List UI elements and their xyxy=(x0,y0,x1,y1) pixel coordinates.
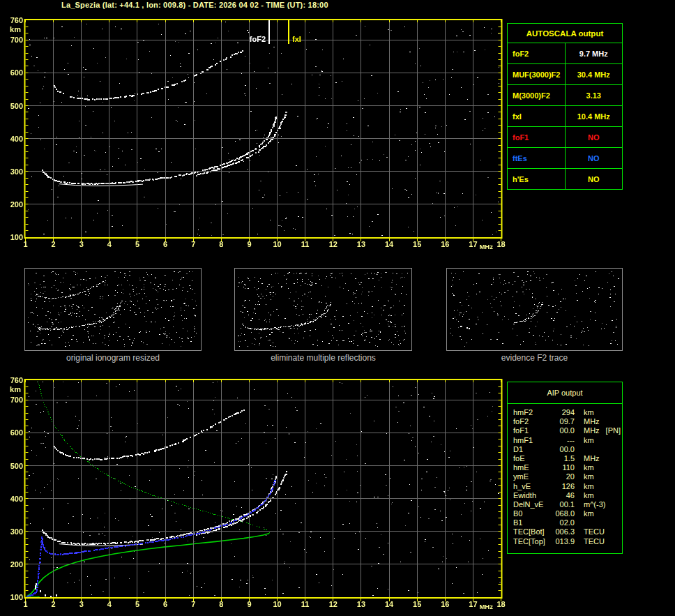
autoscala-value-muf: 30.4 MHz xyxy=(565,64,623,85)
list-item: foE1.5MHz xyxy=(513,454,622,463)
autoscala-value-fxi: 10.4 MHz xyxy=(565,106,623,127)
table-row: foF1 NO xyxy=(508,127,623,148)
list-item: foF209.7MHz xyxy=(513,417,622,426)
aip-unit-tectop: TECU xyxy=(584,537,605,546)
thumbnail-caption-evidence: evidence F2 trace xyxy=(446,353,623,363)
autoscala-label-hes: h'Es xyxy=(508,169,566,190)
list-item: TEC[Top]013.9TECU xyxy=(513,537,622,546)
table-row: MUF(3000)F2 30.4 MHz xyxy=(508,64,623,85)
list-item: foF100.0MHz[PN] xyxy=(513,426,622,435)
table-row: ftEs NO xyxy=(508,148,623,169)
aip-label-foe: foE xyxy=(513,454,549,463)
autoscala-label-ftes: ftEs xyxy=(508,148,566,169)
aip-unit-hme: km xyxy=(584,463,594,472)
aip-unit-foe: MHz xyxy=(584,454,600,463)
aip-value-delnve: 00.1 xyxy=(549,500,575,509)
autoscala-header: AUTOSCALA output xyxy=(508,24,623,43)
aip-value-yme: 20 xyxy=(549,472,575,481)
autoscala-table: AUTOSCALA output foF2 9.7 MHz MUF(3000)F… xyxy=(507,23,623,190)
aip-label-hme: hmE xyxy=(513,463,549,472)
aip-label-b1: B1 xyxy=(513,518,549,527)
autoscala-label-m3000: M(3000)F2 xyxy=(508,85,566,106)
aip-label-hmf2: hmF2 xyxy=(513,408,549,417)
table-row: M(3000)F2 3.13 xyxy=(508,85,623,106)
aip-value-fof1: 00.0 xyxy=(549,426,575,435)
aip-value-foe: 1.5 xyxy=(549,454,575,463)
aip-unit-hmf1: km xyxy=(584,436,594,445)
aip-value-b0: 068.0 xyxy=(549,509,575,518)
autoscala-label-fxi: fxI xyxy=(508,106,566,127)
aip-label-fof2: foF2 xyxy=(513,417,549,426)
aip-unit-fof2: MHz xyxy=(584,417,600,426)
aip-value-tecbot: 006.3 xyxy=(549,527,575,536)
aip-unit-hmf2: km xyxy=(584,408,594,417)
list-item: hmF1---km xyxy=(513,436,622,445)
table-row: fxI 10.4 MHz xyxy=(508,106,623,127)
thumbnail-original-canvas xyxy=(25,269,201,350)
thumbnail-eliminate-reflections xyxy=(234,268,412,351)
thumbnail-evidence-canvas xyxy=(447,269,622,350)
list-item: D100.0 xyxy=(513,445,622,454)
aip-value-hme: 110 xyxy=(549,463,575,472)
list-item: B0068.0km xyxy=(513,509,622,518)
thumbnail-caption-eliminate: eliminate multiple reflections xyxy=(234,353,412,363)
aip-label-hmf1: hmF1 xyxy=(513,436,549,445)
aip-label-tecbot: TEC[Bot] xyxy=(513,527,549,536)
list-item: ymE20km xyxy=(513,472,622,481)
aip-label-tectop: TEC[Top] xyxy=(513,537,549,546)
aip-label-fof1: foF1 xyxy=(513,426,549,435)
aip-header: AIP output xyxy=(508,382,622,404)
aip-value-fof2: 09.7 xyxy=(549,417,575,426)
aip-label-b0: B0 xyxy=(513,509,549,518)
ionogram-top-plot xyxy=(0,12,506,263)
aip-label-d1: D1 xyxy=(513,445,549,454)
autoscala-label-fof2: foF2 xyxy=(508,43,566,64)
aip-note-fof1: [PN] xyxy=(606,426,621,435)
autoscala-label-fof1: foF1 xyxy=(508,127,566,148)
list-item: h_vE126km xyxy=(513,482,622,491)
aip-table: AIP output hmF2294km foF209.7MHz foF100.… xyxy=(507,382,623,554)
aip-unit-tecbot: TECU xyxy=(584,527,605,536)
aip-label-delnve: DelN_vE xyxy=(513,500,549,509)
aip-body: hmF2294km foF209.7MHz foF100.0MHz[PN] hm… xyxy=(508,404,622,546)
list-item: TEC[Bot]006.3TECU xyxy=(513,527,622,536)
page-title: La_Spezia (lat: +44.1 , lon: 009.8) - DA… xyxy=(61,1,328,9)
thumbnail-original-ionogram xyxy=(24,268,202,351)
autoscala-value-fof1: NO xyxy=(565,127,623,148)
aip-value-hve: 126 xyxy=(549,482,575,491)
autoscala-value-ftes: NO xyxy=(565,148,623,169)
autoscala-value-hes: NO xyxy=(565,169,623,190)
autoscala-value-m3000: 3.13 xyxy=(565,85,623,106)
aip-unit-yme: km xyxy=(584,472,594,481)
autoscala-value-fof2: 9.7 MHz xyxy=(565,43,623,64)
aip-label-ewidth: Ewidth xyxy=(513,491,549,500)
list-item: hmF2294km xyxy=(513,408,622,417)
aip-unit-fof1: MHz xyxy=(584,426,600,435)
aip-value-tectop: 013.9 xyxy=(549,537,575,546)
aip-value-hmf1: --- xyxy=(549,436,575,445)
thumbnail-eliminate-canvas xyxy=(235,269,411,350)
list-item: Ewidth46km xyxy=(513,491,622,500)
aip-unit-ewidth: km xyxy=(584,491,594,500)
list-item: DelN_vE00.1m^(-3) xyxy=(513,500,622,509)
ionogram-bottom-plot xyxy=(0,372,506,616)
list-item: B102.0 xyxy=(513,518,622,527)
thumbnail-evidence-f2 xyxy=(446,268,623,351)
aip-label-yme: ymE xyxy=(513,472,549,481)
list-item: hmE110km xyxy=(513,463,622,472)
aip-value-hmf2: 294 xyxy=(549,408,575,417)
aip-value-ewidth: 46 xyxy=(549,491,575,500)
autoscala-window: La_Spezia (lat: +44.1 , lon: 009.8) - DA… xyxy=(0,0,675,616)
aip-unit-delnve: m^(-3) xyxy=(584,500,605,509)
aip-value-b1: 02.0 xyxy=(549,518,575,527)
aip-label-hve: h_vE xyxy=(513,482,549,491)
table-row: foF2 9.7 MHz xyxy=(508,43,623,64)
thumbnail-caption-original: original ionogram resized xyxy=(24,353,202,363)
aip-value-d1: 00.0 xyxy=(549,445,575,454)
table-row: h'Es NO xyxy=(508,169,623,190)
aip-unit-hve: km xyxy=(584,482,594,491)
aip-unit-b0: km xyxy=(584,509,594,518)
autoscala-label-muf: MUF(3000)F2 xyxy=(508,64,566,85)
